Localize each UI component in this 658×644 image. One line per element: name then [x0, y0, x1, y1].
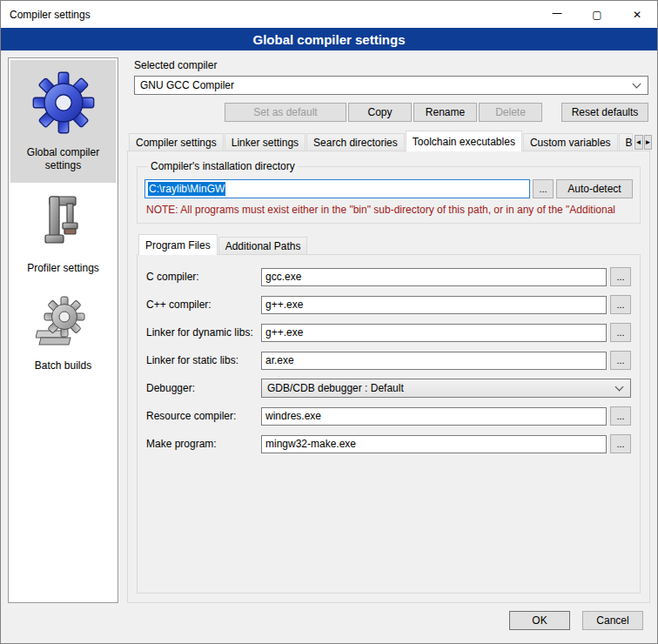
- linker-dynamic-input[interactable]: [261, 324, 607, 342]
- ok-button[interactable]: OK: [509, 611, 570, 630]
- gear-blue-icon: [31, 70, 96, 138]
- program-files-tab-bar: Program Files Additional Paths: [137, 234, 641, 255]
- browse-button[interactable]: ...: [610, 406, 631, 426]
- field-label: Linker for dynamic libs:: [146, 326, 258, 339]
- copy-button[interactable]: Copy: [348, 103, 412, 122]
- tab-compiler-settings[interactable]: Compiler settings: [129, 133, 224, 151]
- auto-detect-button[interactable]: Auto-detect: [556, 179, 633, 198]
- set-as-default-button[interactable]: Set as default: [225, 103, 346, 122]
- tab-additional-paths[interactable]: Additional Paths: [218, 237, 308, 255]
- field-label: Debugger:: [146, 382, 258, 394]
- tab-linker-settings[interactable]: Linker settings: [225, 133, 306, 151]
- minimize-icon: —: [552, 7, 562, 19]
- sidebar-item-global-compiler-settings[interactable]: Global compiler settings: [10, 60, 116, 183]
- tab-program-files[interactable]: Program Files: [138, 234, 218, 255]
- field-row-resource-compiler: Resource compiler: ...: [146, 406, 631, 426]
- debugger-value: GDB/CDB debugger : Default: [267, 382, 611, 394]
- selected-compiler-value: GNU GCC Compiler: [140, 79, 628, 91]
- settings-sidebar: Global compiler settings: [8, 57, 118, 603]
- window-controls: — ▢ ✕: [537, 1, 657, 28]
- cancel-button[interactable]: Cancel: [582, 611, 643, 630]
- field-row-debugger: Debugger: GDB/CDB debugger : Default: [146, 379, 631, 398]
- delete-button[interactable]: Delete: [479, 103, 542, 122]
- tab-search-directories[interactable]: Search directories: [306, 133, 405, 151]
- field-label: C++ compiler:: [146, 299, 258, 311]
- browse-button[interactable]: ...: [610, 267, 631, 286]
- profiler-tool-icon: [37, 193, 90, 253]
- reset-defaults-button[interactable]: Reset defaults: [561, 103, 648, 122]
- c-compiler-input[interactable]: [261, 268, 607, 286]
- tab-custom-variables[interactable]: Custom variables: [523, 133, 618, 151]
- field-label: Resource compiler:: [146, 410, 258, 422]
- installation-directory-row: C:\raylib\MinGW ... Auto-detect: [144, 179, 633, 198]
- gear-stack-icon: [36, 296, 91, 351]
- tab-toolchain-executables[interactable]: Toolchain executables: [406, 131, 522, 151]
- compiler-settings-window: Compiler settings — ▢ ✕ Global compiler …: [0, 0, 658, 644]
- debugger-select[interactable]: GDB/CDB debugger : Default: [261, 379, 631, 398]
- sidebar-item-label: Profiler settings: [27, 262, 99, 275]
- close-button[interactable]: ✕: [617, 1, 657, 28]
- installation-directory-browse-button[interactable]: ...: [533, 179, 554, 198]
- field-row-make-program: Make program: ...: [146, 434, 631, 453]
- bin-subdirectory-note: NOTE: All programs must exist either in …: [146, 204, 631, 216]
- dialog-footer: OK Cancel: [1, 607, 657, 643]
- main-panel: Selected compiler GNU GCC Compiler Set a…: [127, 57, 650, 603]
- make-program-input[interactable]: [261, 435, 607, 453]
- title-bar: Compiler settings — ▢ ✕: [1, 1, 657, 28]
- installation-directory-group: Compiler's installation directory C:\ray…: [137, 160, 641, 224]
- field-row-cpp-compiler: C++ compiler: ...: [146, 295, 631, 314]
- field-row-c-compiler: C compiler: ...: [146, 267, 631, 286]
- sidebar-item-batch-builds[interactable]: Batch builds: [10, 285, 116, 383]
- tab-scroll-left-icon[interactable]: ◄: [634, 135, 643, 150]
- cpp-compiler-input[interactable]: [261, 296, 607, 314]
- resource-compiler-input[interactable]: [261, 407, 607, 426]
- sidebar-item-label: Global compiler settings: [14, 146, 112, 172]
- tab-scroll-right-icon[interactable]: ►: [644, 135, 653, 150]
- window-title: Compiler settings: [1, 9, 91, 21]
- chevron-down-icon: [615, 383, 624, 392]
- sidebar-item-label: Batch builds: [35, 359, 91, 372]
- program-files-panel: C compiler: ... C++ compiler: ... Linker…: [137, 254, 641, 594]
- dialog-body: Global compiler settings: [1, 50, 657, 607]
- rename-button[interactable]: Rename: [413, 103, 477, 122]
- compiler-actions: Set as default Copy Rename Delete Reset …: [134, 103, 648, 122]
- browse-button[interactable]: ...: [610, 434, 631, 453]
- maximize-icon: ▢: [592, 9, 601, 21]
- selected-compiler-select[interactable]: GNU GCC Compiler: [134, 76, 648, 95]
- maximize-button[interactable]: ▢: [577, 1, 617, 28]
- toolchain-executables-panel: Compiler's installation directory C:\ray…: [127, 151, 650, 603]
- installation-directory-legend: Compiler's installation directory: [148, 160, 298, 172]
- tab-build-truncated[interactable]: Buil: [619, 133, 633, 151]
- sidebar-item-profiler-settings[interactable]: Profiler settings: [10, 183, 116, 285]
- field-label: Make program:: [146, 438, 258, 450]
- field-row-linker-dynamic: Linker for dynamic libs: ...: [146, 323, 631, 342]
- field-label: Linker for static libs:: [146, 354, 258, 366]
- close-icon: ✕: [633, 9, 641, 21]
- installation-directory-input[interactable]: C:\raylib\MinGW: [144, 179, 530, 198]
- browse-button[interactable]: ...: [610, 323, 631, 342]
- installation-directory-value: C:\raylib\MinGW: [148, 182, 225, 196]
- browse-button[interactable]: ...: [610, 295, 631, 314]
- browse-button[interactable]: ...: [610, 351, 631, 370]
- field-label: C compiler:: [146, 271, 258, 283]
- linker-static-input[interactable]: [261, 352, 607, 370]
- selected-compiler-label: Selected compiler: [134, 59, 648, 71]
- chevron-down-icon: [633, 80, 641, 89]
- field-row-linker-static: Linker for static libs: ...: [146, 351, 631, 370]
- minimize-button[interactable]: —: [537, 1, 577, 28]
- settings-tab-bar: Compiler settings Linker settings Search…: [127, 131, 650, 151]
- page-title: Global compiler settings: [1, 28, 657, 50]
